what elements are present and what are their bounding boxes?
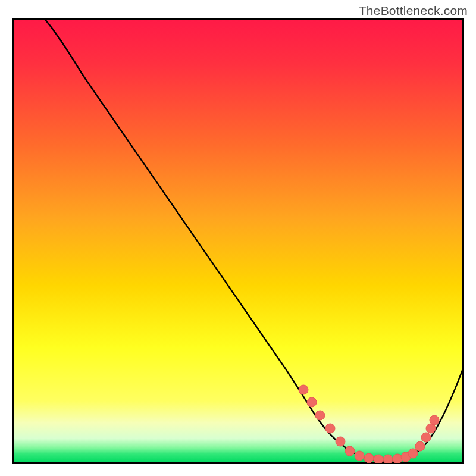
svg-point-3 bbox=[315, 411, 325, 420]
svg-point-10 bbox=[383, 455, 393, 464]
svg-point-7 bbox=[355, 451, 364, 461]
svg-point-17 bbox=[430, 415, 439, 425]
chart-svg bbox=[0, 0, 476, 476]
svg-point-8 bbox=[364, 453, 374, 463]
svg-point-9 bbox=[374, 455, 383, 464]
watermark-text: TheBottleneck.com bbox=[359, 4, 468, 18]
svg-point-11 bbox=[393, 454, 402, 464]
svg-point-5 bbox=[336, 437, 345, 446]
svg-point-13 bbox=[408, 449, 418, 458]
svg-point-1 bbox=[299, 385, 308, 394]
svg-point-2 bbox=[307, 397, 317, 407]
svg-point-4 bbox=[325, 424, 335, 433]
svg-point-6 bbox=[345, 446, 355, 456]
gradient-background bbox=[13, 19, 463, 463]
svg-point-15 bbox=[421, 433, 431, 442]
svg-point-14 bbox=[415, 441, 425, 451]
chart-container: TheBottleneck.com bbox=[0, 0, 476, 476]
